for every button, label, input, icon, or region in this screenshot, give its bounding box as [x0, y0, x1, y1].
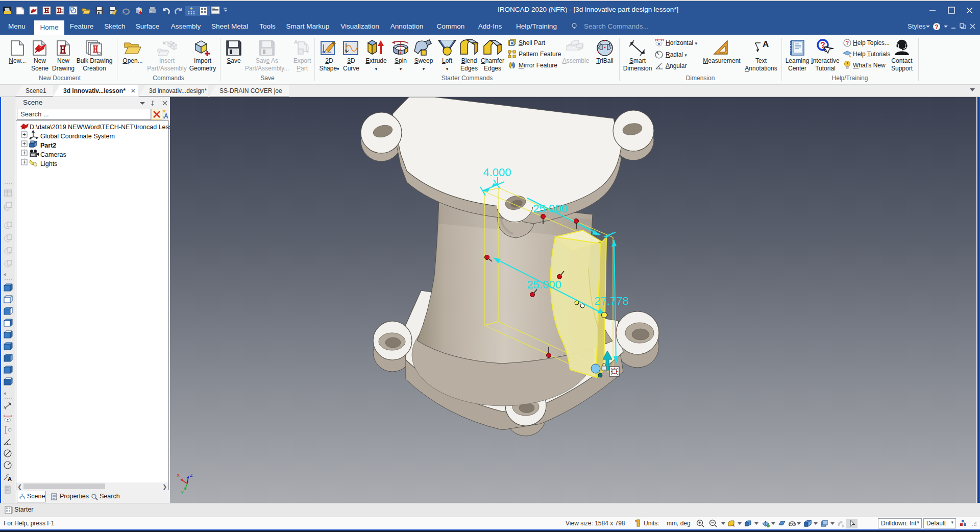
svg-text:27.778: 27.778 — [594, 295, 628, 307]
svg-text:X: X — [177, 473, 180, 478]
svg-text:?: ? — [935, 23, 938, 31]
svg-text:A: A — [8, 476, 12, 482]
svg-text:Y: Y — [181, 490, 184, 495]
svg-text:25.000: 25.000 — [527, 278, 561, 291]
svg-text:25.000: 25.000 — [533, 202, 567, 215]
svg-text:4.000: 4.000 — [483, 166, 511, 179]
svg-text:Z: Z — [190, 473, 193, 478]
svg-text:A: A — [763, 40, 769, 49]
svg-text:?: ? — [846, 40, 849, 46]
svg-text:A: A — [294, 39, 298, 45]
